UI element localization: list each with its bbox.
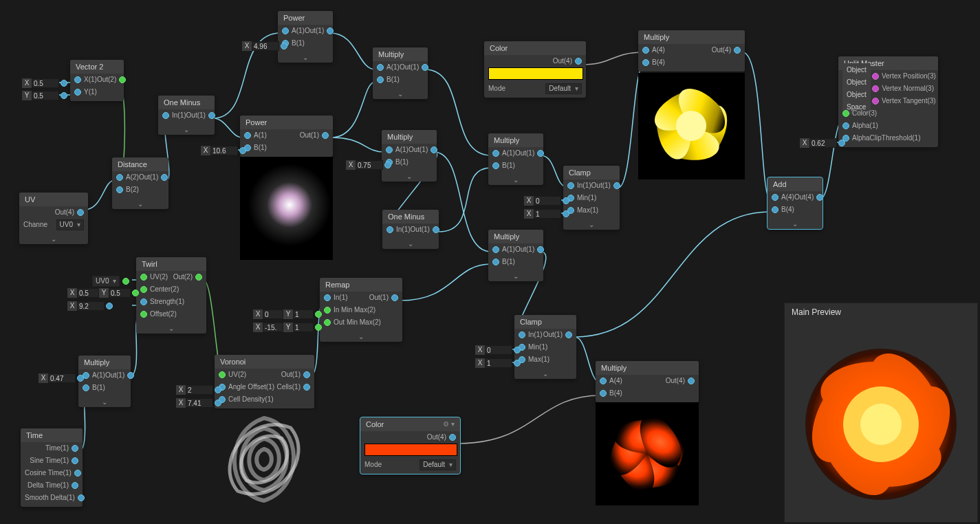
node-multiply-orange[interactable]: Multiply A(4) Out(4) B(4): [596, 361, 699, 402]
voronoi-dens-field[interactable]: X: [176, 398, 221, 408]
preview-title: Main Preview: [785, 303, 977, 321]
clamp1-min-field[interactable]: X: [524, 196, 569, 206]
svg-point-9: [860, 404, 902, 445]
node-distance[interactable]: Distance A(2) Out(1) B(2) ⌄: [112, 157, 168, 209]
node-one-minus-2[interactable]: One Minus In(1) Out(1) ⌄: [382, 210, 439, 249]
color-swatch[interactable]: [364, 444, 457, 456]
node-clamp-1[interactable]: Clamp In(1) Out(1) Min(1) Max(1) ⌄: [563, 166, 620, 230]
node-time[interactable]: Time Time(1) Sine Time(1) Cosine Time(1)…: [21, 428, 83, 507]
vector2-y-field[interactable]: Y: [22, 91, 67, 100]
node-multiply-r2[interactable]: Multiply A(1) Out(1) B(1) ⌄: [488, 230, 543, 281]
node-power-1[interactable]: Power A(1) Out(1) B(1) ⌄: [278, 11, 333, 63]
svg-point-3: [676, 111, 706, 141]
mulmid-b-field[interactable]: X: [346, 160, 391, 170]
node-twirl[interactable]: Twirl UV(2) Out(2) Center(2) Strength(1)…: [136, 257, 206, 334]
node-multiply-r1[interactable]: Multiply A(1) Out(1) B(1) ⌄: [488, 133, 543, 185]
node-one-minus[interactable]: One Minus In(1) Out(1) ⌄: [158, 96, 215, 135]
color-mode-select[interactable]: Default: [545, 83, 582, 94]
clamp2-min-field[interactable]: X: [475, 345, 521, 355]
clamp1-max-field[interactable]: X: [524, 209, 569, 219]
node-multiply-yellow[interactable]: Multiply A(4) Out(4) B(4): [638, 30, 745, 72]
twirl-strength[interactable]: X: [67, 301, 113, 311]
node-color-orange[interactable]: Color⚙ ▾ Out(4) Mode Default: [360, 417, 460, 474]
gear-icon[interactable]: ⚙ ▾: [443, 420, 455, 428]
uv-channel-select[interactable]: UV0: [56, 219, 84, 230]
node-vector2[interactable]: Vector 2 X(1) Out(2) Y(1): [70, 60, 124, 101]
expand-icon[interactable]: ⌄: [19, 234, 88, 244]
node-power-2[interactable]: Power A(1) Out(1) B(1): [240, 116, 333, 157]
color-mode-select[interactable]: Default: [420, 459, 456, 470]
remap-outmm[interactable]: X Y: [253, 323, 322, 332]
node-voronoi[interactable]: Voronoi UV(2) Out(1) Angle Offset(1) Cel…: [215, 355, 314, 408]
node-add[interactable]: Add A(4) Out(4) B(4) ⌄: [767, 177, 823, 229]
node-multiply-top[interactable]: Multiply A(1) Out(1) B(1) ⌄: [373, 47, 428, 99]
color-swatch[interactable]: [488, 67, 583, 80]
node-color-yellow[interactable]: Color Out(4) Mode Default: [484, 41, 586, 98]
remap-inmm[interactable]: X Y: [253, 309, 322, 319]
node-unlit-master[interactable]: Unlit Master Object SpaceVertex Position…: [838, 56, 938, 147]
main-preview-panel[interactable]: Main Preview: [784, 303, 978, 523]
clamp2-max-field[interactable]: X: [475, 358, 521, 368]
twirl-uv-select[interactable]: UV0: [92, 276, 129, 287]
voronoi-preview: [215, 410, 314, 510]
twirl-cx[interactable]: X Y: [67, 288, 139, 298]
voronoi-angle-field[interactable]: X: [176, 385, 221, 395]
svg-point-1: [248, 164, 331, 246]
node-remap[interactable]: Remap In(1) Out(1) In Min Max(2) Out Min…: [320, 278, 402, 342]
mult-a-field[interactable]: X: [39, 373, 84, 383]
node-multiply-time[interactable]: Multiply A(1) Out(1) B(1) ⌄: [78, 356, 131, 407]
node-uv[interactable]: UV Out(4) Channe UV0 ⌄: [19, 193, 88, 244]
vector2-x-field[interactable]: X: [22, 78, 67, 88]
power2-preview: [240, 157, 333, 260]
port-out[interactable]: [77, 209, 84, 216]
mul-yellow-preview: [638, 73, 745, 179]
main-preview-image: [785, 321, 977, 519]
power2-b-field[interactable]: X: [201, 146, 246, 155]
alpha-clip-field[interactable]: X: [800, 138, 845, 148]
mul-orange-preview: [596, 402, 699, 505]
node-clamp-2[interactable]: Clamp In(1) Out(1) Min(1) Max(1) ⌄: [514, 315, 576, 379]
node-title: UV: [19, 193, 88, 206]
power1-b-field[interactable]: X: [242, 41, 287, 51]
node-multiply-mid[interactable]: Multiply A(1) Out(1) B(1) ⌄: [382, 130, 437, 182]
